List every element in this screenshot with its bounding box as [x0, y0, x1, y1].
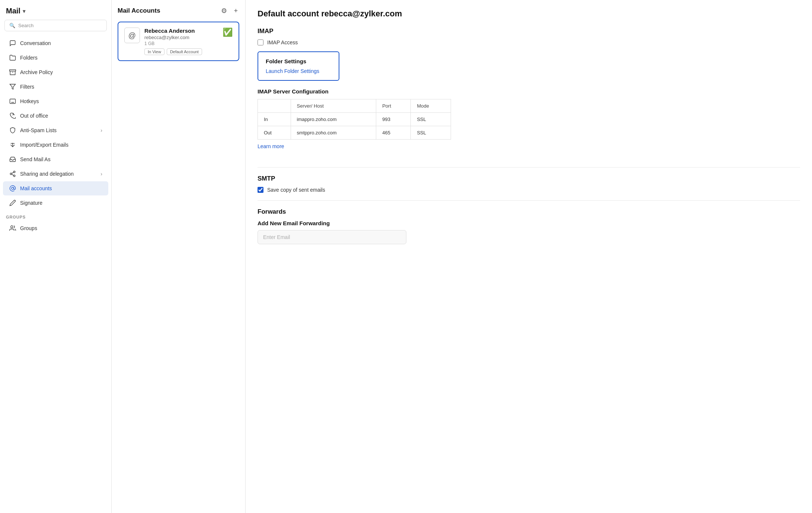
sidebar-item-archive-policy[interactable]: Archive Policy [3, 65, 108, 79]
sidebar-item-sharing[interactable]: Sharing and delegation › [3, 167, 108, 181]
svg-rect-0 [10, 70, 16, 71]
svg-point-7 [10, 173, 12, 175]
sidebar-item-label-out-of-office: Out of office [20, 113, 48, 119]
app-header[interactable]: Mail ▾ [0, 0, 111, 20]
folders-icon [9, 54, 16, 61]
row-direction-in: In [258, 113, 291, 126]
sidebar-item-groups[interactable]: Groups [3, 221, 108, 235]
chevron-icon-sharing: › [100, 171, 102, 177]
account-card[interactable]: @ Rebecca Anderson rebecca@zylker.com 1 … [118, 22, 239, 61]
imap-access-label: IMAP Access [267, 39, 298, 45]
tag-in-view: In View [144, 48, 164, 55]
sidebar-item-out-of-office[interactable]: Out of office [3, 109, 108, 123]
settings-button[interactable]: ⚙ [220, 6, 228, 16]
sidebar-nav: Conversation Folders Archive Policy Filt… [0, 36, 111, 210]
folder-settings-box: Folder Settings Launch Folder Settings [258, 51, 339, 81]
tag-default: Default Account [167, 48, 202, 55]
middle-actions: ⚙ + [220, 6, 239, 16]
table-row: In imappro.zoho.com 993 SSL [258, 113, 451, 126]
table-header-mode: Mode [411, 99, 451, 113]
imap-config-title: IMAP Server Configuration [258, 88, 800, 95]
row-server-in: imappro.zoho.com [291, 113, 376, 126]
table-header-port: Port [376, 99, 411, 113]
launch-folder-settings-link[interactable]: Launch Folder Settings [266, 68, 319, 74]
filters-icon [9, 83, 16, 90]
smtp-divider [258, 167, 800, 168]
sidebar-item-mail-accounts[interactable]: Mail accounts [3, 181, 108, 195]
forwards-section-title: Forwards [258, 208, 800, 216]
imap-access-row: IMAP Access [258, 39, 800, 45]
main-content: Default account rebecca@zylker.com IMAP … [246, 0, 812, 513]
account-check-icon: ✅ [223, 28, 233, 37]
anti-spam-icon [9, 127, 16, 134]
smtp-checkbox-row: Save copy of sent emails [258, 187, 800, 193]
sharing-icon [9, 170, 16, 178]
app-chevron: ▾ [23, 8, 25, 14]
learn-more-link[interactable]: Learn more [258, 143, 284, 149]
import-export-icon [9, 141, 16, 149]
middle-header: Mail Accounts ⚙ + [118, 6, 239, 16]
add-account-button[interactable]: + [232, 6, 239, 16]
page-title: Default account rebecca@zylker.com [258, 9, 800, 19]
conversation-icon [9, 39, 16, 47]
chevron-icon-anti-spam: › [100, 127, 102, 133]
sidebar-item-send-mail-as[interactable]: Send Mail As [3, 152, 108, 166]
svg-point-6 [13, 171, 15, 173]
sidebar-item-import-export[interactable]: Import/Export Emails [3, 138, 108, 152]
row-direction-out: Out [258, 126, 291, 140]
sidebar-item-filters[interactable]: Filters [3, 80, 108, 94]
middle-panel: Mail Accounts ⚙ + @ Rebecca Anderson reb… [112, 0, 246, 513]
mail-accounts-icon [9, 185, 16, 192]
account-info: Rebecca Anderson rebecca@zylker.com 1 GB… [144, 28, 218, 55]
sidebar-item-folders[interactable]: Folders [3, 51, 108, 65]
sidebar-item-label-folders: Folders [20, 55, 38, 61]
groups-icon [9, 224, 16, 232]
table-row: Out smtppro.zoho.com 465 SSL [258, 126, 451, 140]
sidebar-item-label-send-mail-as: Send Mail As [20, 156, 51, 162]
sidebar-item-anti-spam[interactable]: Anti-Spam Lists › [3, 123, 108, 137]
row-server-out: smtppro.zoho.com [291, 126, 376, 140]
svg-point-12 [11, 226, 13, 228]
search-label: Search [18, 23, 33, 28]
sidebar-item-label-import-export: Import/Export Emails [20, 142, 68, 148]
forwards-section: Forwards Add New Email Forwarding [258, 208, 800, 244]
sidebar-item-label-filters: Filters [20, 84, 34, 90]
account-size: 1 GB [144, 41, 218, 46]
table-header-blank [258, 99, 291, 113]
sidebar-item-signature[interactable]: Signature [3, 196, 108, 210]
sidebar-item-label-hotkeys: Hotkeys [20, 98, 39, 104]
archive-policy-icon [9, 68, 16, 76]
send-mail-as-icon [9, 156, 16, 163]
svg-point-11 [12, 187, 14, 189]
search-box[interactable]: 🔍 Search [4, 20, 107, 31]
sidebar-item-conversation[interactable]: Conversation [3, 36, 108, 50]
sidebar-item-label-signature: Signature [20, 200, 42, 206]
middle-title: Mail Accounts [118, 7, 160, 15]
search-icon: 🔍 [9, 23, 15, 28]
svg-line-10 [12, 172, 13, 173]
folder-settings-title: Folder Settings [266, 58, 331, 64]
smtp-section: SMTP Save copy of sent emails [258, 175, 800, 193]
svg-point-8 [13, 175, 15, 177]
row-mode-out: SSL [411, 126, 451, 140]
imap-access-checkbox[interactable] [258, 39, 263, 45]
app-title: Mail [6, 7, 20, 15]
svg-line-9 [12, 174, 13, 175]
smtp-save-copy-checkbox[interactable] [258, 187, 263, 193]
sidebar-item-label-groups: Groups [20, 225, 37, 231]
sidebar-item-label-anti-spam: Anti-Spam Lists [20, 127, 57, 133]
signature-icon [9, 199, 16, 207]
sidebar-item-label-sharing: Sharing and delegation [20, 171, 74, 177]
row-port-out: 465 [376, 126, 411, 140]
add-forwarding-label: Add New Email Forwarding [258, 220, 800, 226]
row-mode-in: SSL [411, 113, 451, 126]
forwarding-email-input[interactable] [258, 230, 406, 244]
smtp-save-copy-label: Save copy of sent emails [267, 187, 325, 193]
sidebar-item-label-mail-accounts: Mail accounts [20, 185, 52, 191]
table-header-server: Server/ Host [291, 99, 376, 113]
imap-section-title: IMAP [258, 28, 800, 35]
forwards-divider [258, 200, 800, 201]
account-email: rebecca@zylker.com [144, 35, 218, 40]
sidebar-item-hotkeys[interactable]: Hotkeys [3, 94, 108, 108]
account-name: Rebecca Anderson [144, 28, 218, 34]
